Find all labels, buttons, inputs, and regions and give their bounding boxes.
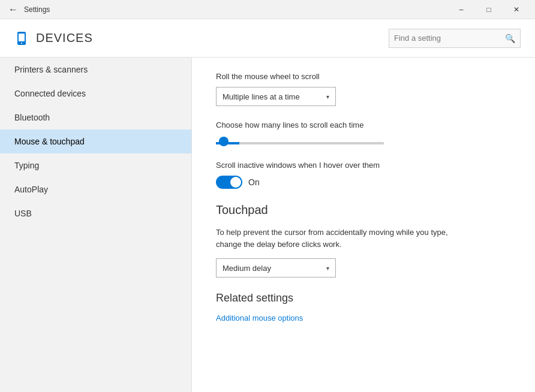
sidebar-item-mouse[interactable]: Mouse & touchpad [0, 129, 191, 153]
lines-section: Choose how many lines to scroll each tim… [216, 120, 511, 146]
additional-mouse-options-link[interactable]: Additional mouse options [216, 313, 303, 322]
touchpad-delay-dropdown[interactable]: Medium delay ▾ [216, 258, 336, 278]
scroll-lines-slider-container [216, 137, 511, 146]
window-controls: – □ ✕ [447, 0, 530, 19]
maximize-button[interactable]: □ [475, 0, 503, 19]
sidebar-item-typing[interactable]: Typing [0, 153, 191, 177]
sidebar-item-printers[interactable]: Printers & scanners [0, 58, 191, 82]
search-box[interactable]: 🔍 [389, 29, 521, 48]
titlebar-title: Settings [24, 5, 447, 14]
titlebar: ← Settings – □ ✕ [0, 0, 535, 19]
sidebar-item-connected[interactable]: Connected devices [0, 82, 191, 105]
touchpad-delay-value: Medium delay [223, 264, 271, 273]
roll-dropdown-arrow: ▾ [326, 94, 329, 100]
minimize-button[interactable]: – [447, 0, 475, 19]
back-icon: ← [8, 4, 18, 15]
related-settings-section: Related settings Additional mouse option… [216, 292, 511, 322]
touchpad-heading: Touchpad [216, 203, 511, 217]
roll-dropdown-value: Multiple lines at a time [223, 92, 300, 101]
scroll-lines-slider[interactable] [216, 142, 384, 144]
sidebar-item-bluetooth[interactable]: Bluetooth [0, 105, 191, 129]
page-title: DEVICES [36, 31, 389, 45]
app-body: Printers & scanners Connected devices Bl… [0, 58, 535, 392]
roll-dropdown[interactable]: Multiple lines at a time ▾ [216, 87, 336, 106]
main-content: Roll the mouse wheel to scroll Multiple … [192, 58, 535, 392]
touchpad-description: To help prevent the cursor from accident… [216, 227, 468, 250]
app-header: DEVICES 🔍 [0, 19, 535, 58]
sidebar: Printers & scanners Connected devices Bl… [0, 58, 192, 392]
search-input[interactable] [394, 34, 505, 43]
toggle-state-label: On [248, 177, 260, 187]
back-button[interactable]: ← [5, 1, 22, 18]
related-settings-heading: Related settings [216, 292, 511, 304]
inactive-scroll-section: Scroll inactive windows when I hover ove… [216, 161, 511, 189]
touchpad-dropdown-arrow: ▾ [326, 265, 329, 272]
toggle-knob [230, 177, 241, 188]
roll-section: Roll the mouse wheel to scroll Multiple … [216, 72, 511, 106]
lines-label: Choose how many lines to scroll each tim… [216, 120, 511, 129]
inactive-scroll-toggle[interactable] [216, 176, 242, 189]
inactive-scroll-toggle-row: On [216, 176, 511, 189]
search-icon[interactable]: 🔍 [505, 34, 515, 43]
close-button[interactable]: ✕ [503, 0, 530, 19]
touchpad-section: Touchpad To help prevent the cursor from… [216, 203, 511, 278]
roll-label: Roll the mouse wheel to scroll [216, 72, 511, 81]
inactive-scroll-label: Scroll inactive windows when I hover ove… [216, 161, 511, 170]
sidebar-item-usb[interactable]: USB [0, 201, 191, 225]
sidebar-item-autoplay[interactable]: AutoPlay [0, 177, 191, 201]
devices-icon [14, 31, 29, 46]
